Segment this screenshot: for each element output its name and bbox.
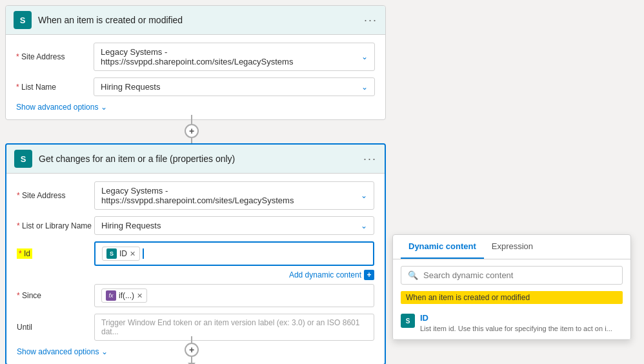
list-name-input-1[interactable]: Hiring Requests ⌄	[94, 77, 375, 96]
dynamic-panel: Dynamic content Expression 🔍 When an ite…	[392, 234, 631, 340]
list-name-row-2: * List or Library Name Hiring Requests ⌄	[17, 216, 374, 235]
tab-dynamic-content[interactable]: Dynamic content	[401, 235, 484, 259]
list-name-input-2[interactable]: Hiring Requests ⌄	[94, 216, 374, 235]
connector-2: +	[185, 336, 199, 364]
site-address-input-2[interactable]: Legacy Systems - https://ssvppd.sharepoi…	[94, 181, 374, 210]
chevron-down-icon-3: ⌄	[101, 103, 107, 112]
chip-sharepoint-icon: S	[106, 248, 117, 259]
dynamic-item-id[interactable]: S ID List item id. Use this value for sp…	[393, 308, 630, 339]
id-label: * Id	[17, 249, 94, 258]
id-row: * Id S ID ✕	[17, 241, 374, 266]
id-token-chip[interactable]: S ID ✕	[102, 247, 140, 261]
card-trigger-menu[interactable]: ···	[364, 14, 377, 27]
chevron-down-icon-5: ⌄	[361, 221, 367, 230]
since-input[interactable]: fx if(...) ✕	[94, 284, 374, 307]
add-dynamic-content[interactable]: Add dynamic content +	[17, 270, 374, 280]
id-token-close[interactable]: ✕	[130, 250, 136, 258]
card-action: S Get changes for an item or a file (pro…	[5, 143, 386, 364]
connector-plus-2[interactable]: +	[185, 343, 199, 357]
card-trigger-title: When an item is created or modified	[38, 15, 364, 25]
search-icon: 🔍	[408, 270, 418, 280]
site-address-label-2: * Site Address	[17, 191, 94, 200]
card-action-title: Get changes for an item or a file (prope…	[39, 154, 363, 164]
chevron-down-icon-6: ⌄	[101, 347, 108, 356]
list-name-row-1: * List Name Hiring Requests ⌄	[16, 77, 375, 96]
card-action-body: * Site Address Legacy Systems - https://…	[6, 174, 385, 364]
until-input[interactable]: Trigger Window End token or an item vers…	[94, 314, 374, 341]
connector-line-bottom-top	[191, 336, 192, 343]
since-token-label: if(...)	[119, 291, 134, 300]
site-address-row-1: * Site Address Legacy Systems - https://…	[16, 43, 375, 71]
dynamic-item-title: ID	[420, 313, 623, 323]
card-trigger-header: S When an item is created or modified ··…	[6, 6, 385, 35]
dynamic-search-box[interactable]: 🔍	[401, 266, 623, 285]
chip-fx-icon: fx	[106, 290, 116, 301]
site-address-label-1: * Site Address	[16, 52, 94, 61]
tab-expression[interactable]: Expression	[484, 235, 541, 259]
since-token-close[interactable]: ✕	[137, 292, 143, 300]
id-token-label: ID	[119, 249, 127, 258]
add-dynamic-icon: +	[364, 270, 374, 280]
dynamic-item-text: ID List item id. Use this value for spec…	[420, 313, 623, 334]
card-action-menu[interactable]: ···	[363, 152, 377, 166]
text-cursor	[143, 248, 144, 259]
section-label-trigger: When an item is created or modified	[401, 291, 623, 304]
chevron-down-icon-1: ⌄	[361, 52, 368, 61]
chevron-down-icon-4: ⌄	[361, 191, 367, 200]
list-name-label-2: * List or Library Name	[17, 221, 94, 230]
id-input[interactable]: S ID ✕	[94, 241, 374, 266]
dynamic-item-desc: List item id. Use this value for specify…	[420, 324, 623, 334]
card-trigger-icon: S	[14, 11, 32, 29]
card-trigger-body: * Site Address Legacy Systems - https://…	[6, 35, 385, 119]
show-advanced-1[interactable]: Show advanced options ⌄	[16, 103, 375, 112]
dynamic-panel-tabs: Dynamic content Expression	[393, 235, 630, 259]
card-action-header: S Get changes for an item or a file (pro…	[6, 145, 385, 174]
site-address-row-2: * Site Address Legacy Systems - https://…	[17, 181, 374, 210]
list-name-label-1: * List Name	[16, 83, 94, 92]
connector-plus-1[interactable]: +	[185, 124, 199, 138]
canvas: S When an item is created or modified ··…	[0, 0, 644, 364]
card-action-icon: S	[14, 150, 32, 168]
until-label: Until	[17, 323, 94, 332]
connector-line-top	[191, 115, 192, 124]
dynamic-item-icon: S	[401, 314, 415, 328]
since-row: * Since fx if(...) ✕	[17, 284, 374, 307]
card-trigger: S When an item is created or modified ··…	[5, 5, 386, 120]
dynamic-search-input[interactable]	[423, 270, 616, 280]
since-token-chip[interactable]: fx if(...) ✕	[101, 288, 147, 303]
since-label: * Since	[17, 291, 94, 300]
site-address-input-1[interactable]: Legacy Systems - https://ssvppd.sharepoi…	[94, 43, 375, 71]
chevron-down-icon-2: ⌄	[361, 83, 368, 92]
